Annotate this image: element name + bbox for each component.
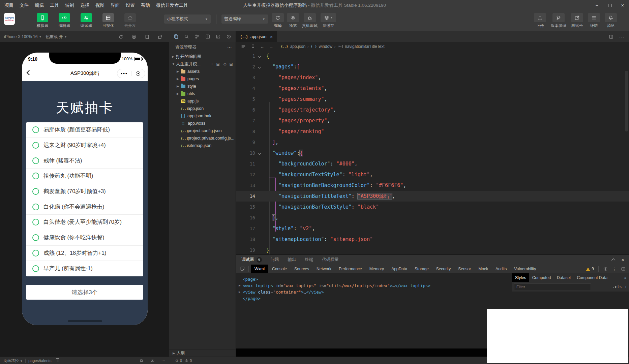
files-icon[interactable] <box>174 34 179 39</box>
wxml-node[interactable]: ▶<view class="container">…</view> <box>239 289 512 295</box>
tree-item-pages[interactable]: ▶pages <box>169 75 236 83</box>
code-line[interactable]: 2"pages":[ <box>236 61 629 72</box>
tree-item-assets[interactable]: ▶assets <box>169 68 236 75</box>
tree-item-style[interactable]: ▶style <box>169 83 236 90</box>
code-line[interactable]: 8"pages/ranking" <box>236 126 629 137</box>
simulator-button[interactable]: 模拟器 <box>35 13 50 28</box>
menu-item-工具[interactable]: 工具 <box>47 0 62 10</box>
compile-mode-select[interactable]: 普通编译▼ <box>221 14 268 24</box>
tab-styles[interactable]: Styles <box>512 273 529 282</box>
more-icon[interactable]: ●●● <box>117 72 131 75</box>
code-line[interactable]: 17"style": "v2", <box>236 223 629 234</box>
tree-open-editors[interactable]: ▶打开的编辑器 <box>169 53 236 60</box>
tab-output[interactable]: 输出 <box>288 257 296 263</box>
rotate-device-icon[interactable] <box>158 34 163 39</box>
radio-icon[interactable] <box>32 265 39 272</box>
split-editor-icon[interactable] <box>205 34 210 39</box>
menu-item-帮助[interactable]: 帮助 <box>138 0 153 10</box>
messages-button[interactable]: 消息 <box>605 13 617 28</box>
collapse-panel-icon[interactable] <box>611 258 615 262</box>
upload-button[interactable]: 上传 <box>534 13 546 28</box>
tab-component-data[interactable]: Component Data <box>574 273 610 282</box>
save-icon[interactable] <box>216 34 221 39</box>
code-line[interactable]: 7"pages/property", <box>236 115 629 126</box>
preview-button[interactable]: 预览 <box>287 13 299 28</box>
radio-icon[interactable] <box>32 250 39 256</box>
tab-problems[interactable]: 问题 <box>271 257 279 263</box>
breadcrumb-item[interactable]: navigationBarTitleText <box>345 44 385 49</box>
warning-counter[interactable]: 9 <box>586 267 594 271</box>
tree-project-root[interactable]: ▼人生重开模...+⊞⟲⊟ <box>169 60 236 68</box>
talent-option[interactable]: 戒律 (赌毒不沾) <box>26 153 143 169</box>
expand-icon[interactable]: ▶ <box>239 282 240 289</box>
more-icon[interactable]: ⋯ <box>227 44 232 50</box>
more-icon[interactable]: ⋯ <box>619 34 624 40</box>
radio-icon[interactable] <box>32 219 39 225</box>
radio-icon[interactable] <box>32 157 39 164</box>
code-line[interactable]: 11"backgroundColor": "#000", <box>236 158 629 169</box>
devtools-tab-security[interactable]: Security <box>432 265 454 273</box>
visualization-button[interactable]: 可视化 <box>101 13 116 28</box>
code-line[interactable]: 10"window":{ <box>236 148 629 158</box>
fold-icon[interactable] <box>258 55 261 58</box>
wxml-node[interactable]: ▶<wux-toptips id="wux-toptips" is="utils… <box>239 282 512 289</box>
expand-icon[interactable]: ▶ <box>239 289 240 295</box>
menu-item-编辑[interactable]: 编辑 <box>32 0 47 10</box>
code-line[interactable]: 12"backgroundTextStyle": "light", <box>236 169 629 180</box>
talent-option[interactable]: 祖传药丸 (功能不明) <box>26 169 143 184</box>
problems-counter[interactable]: ⊘ 0 0 <box>175 357 192 364</box>
close-panel-icon[interactable]: × <box>621 257 624 263</box>
talent-option[interactable]: 成熟 (12、18岁时智力+1) <box>26 246 143 261</box>
gear-icon[interactable] <box>603 267 608 271</box>
radio-icon[interactable] <box>32 234 39 241</box>
code-line[interactable]: 9], <box>236 137 629 148</box>
devtools-tab-mock[interactable]: Mock <box>475 265 492 273</box>
tree-item-app.wxss[interactable]: ≣app.wxss <box>169 120 236 127</box>
breadcrumb-item[interactable]: app.json <box>290 44 305 49</box>
radio-icon[interactable] <box>32 188 39 195</box>
code-area[interactable]: 1{2"pages":[3"pages/index",4"pages/talen… <box>236 51 629 254</box>
more-icon[interactable]: ⋯ <box>161 358 166 363</box>
close-tab-icon[interactable]: × <box>270 34 273 39</box>
collapse-all-icon[interactable]: ⊟ <box>230 62 233 67</box>
fold-icon[interactable] <box>258 65 261 69</box>
tab-app-json[interactable]: {..} app.json × <box>236 31 277 42</box>
talent-option[interactable]: 白化病 (你不会遭遇枪击) <box>26 199 143 215</box>
compile-button[interactable]: 编译 <box>272 13 284 28</box>
mode-select[interactable]: 小程序模式▼ <box>164 14 211 24</box>
tab-debugger[interactable]: 调试器 9 <box>241 257 262 263</box>
talent-option[interactable]: 健康饮食 (你不吃洋快餐) <box>26 230 143 246</box>
dock-icon[interactable] <box>621 267 626 271</box>
devtools-tab-appdata[interactable]: AppData <box>388 265 411 273</box>
outline-section[interactable]: ▶ 大纲 <box>169 349 236 357</box>
radio-icon[interactable] <box>32 173 39 179</box>
refresh-icon[interactable]: ⟲ <box>223 62 226 67</box>
code-line[interactable]: 14"navigationBarTitleText": "ASP300源码", <box>236 191 629 202</box>
devtools-tab-storage[interactable]: Storage <box>411 265 432 273</box>
devtools-tab-vulnerability[interactable]: Vulnerability <box>510 265 540 273</box>
tree-item-project.config.json[interactable]: {..}project.config.json <box>169 127 236 134</box>
tab-terminal[interactable]: 终端 <box>305 257 313 263</box>
more-tabs-icon[interactable]: » <box>624 276 626 280</box>
tree-item-project.private.config.js...[interactable]: {..}project.private.config.js... <box>169 134 236 142</box>
add-style-icon[interactable]: + <box>624 284 627 290</box>
wxml-node[interactable]: </page> <box>239 295 512 302</box>
clear-cache-button[interactable]: ▼ 清缓存 <box>321 13 336 28</box>
menu-item-设置[interactable]: 设置 <box>123 0 138 10</box>
devtools-tab-console[interactable]: Console <box>268 265 291 273</box>
tab-dataset[interactable]: Dataset <box>554 273 574 282</box>
menu-item-界面[interactable]: 界面 <box>108 0 123 10</box>
code-line[interactable]: 18"sitemapLocation": "sitemap.json" <box>236 234 629 245</box>
wxml-tree[interactable]: <page>▶<wux-toptips id="wux-toptips" is=… <box>236 273 512 357</box>
version-control-button[interactable]: 版本管理 <box>551 13 566 28</box>
menu-item-文件[interactable]: 文件 <box>17 0 32 10</box>
radio-icon[interactable] <box>32 204 39 210</box>
scrollbar[interactable] <box>625 71 628 131</box>
device-frame-icon[interactable] <box>145 34 150 39</box>
capsule-home-icon[interactable] <box>131 71 145 76</box>
code-line[interactable]: 5"pages/summary", <box>236 94 629 104</box>
page-path-label[interactable]: 页面路径 ▼ <box>3 358 23 363</box>
code-line[interactable]: 19} <box>236 245 629 254</box>
forward-arrow-icon[interactable]: → <box>269 44 273 49</box>
devtools-tab-sources[interactable]: Sources <box>291 265 313 273</box>
